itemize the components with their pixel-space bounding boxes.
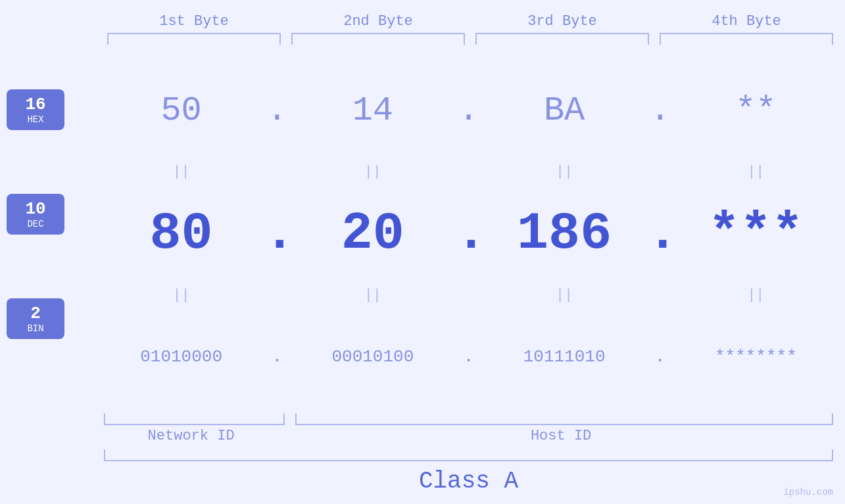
bracket-top-3 xyxy=(475,33,649,45)
hex-dot-3: . xyxy=(647,91,673,130)
dec-cell-3: 186 xyxy=(482,204,647,263)
bin-base-number: 2 xyxy=(7,304,64,323)
eq-2: || xyxy=(290,164,455,181)
dec-value-2: 20 xyxy=(341,204,404,263)
byte-header-3: 3rd Byte xyxy=(470,13,654,30)
bin-cell-2: 00010100 xyxy=(290,347,455,367)
dec-value-3: 186 xyxy=(517,204,612,263)
id-brackets xyxy=(99,413,838,425)
hex-cell-4: ** xyxy=(673,91,838,130)
base-labels-column: 16 HEX 10 DEC 2 BIN xyxy=(7,58,99,410)
hex-cell-1: 50 xyxy=(99,91,264,130)
eq2-1: || xyxy=(99,287,264,304)
eq-sep-3 xyxy=(647,164,673,181)
network-id-label: Network ID xyxy=(99,428,283,444)
dec-value-1: 80 xyxy=(150,204,213,263)
hex-cell-2: 14 xyxy=(290,91,455,130)
hex-value-1: 50 xyxy=(160,91,201,130)
byte-header-4: 4th Byte xyxy=(654,13,838,30)
byte-header-2: 2nd Byte xyxy=(286,13,470,30)
class-bracket xyxy=(104,449,833,461)
bin-dot-3: . xyxy=(647,347,673,367)
main-content: 16 HEX 10 DEC 2 BIN 50 . xyxy=(7,58,838,410)
eq2-2: || xyxy=(290,287,455,304)
dec-badge: 10 DEC xyxy=(7,194,64,235)
hex-base-number: 16 xyxy=(7,95,64,114)
bin-dot-2: . xyxy=(456,347,482,367)
eq2-4: || xyxy=(673,287,838,304)
bin-value-3: 10111010 xyxy=(523,347,606,367)
bin-row: 01010000 . 00010100 . 10111010 . xyxy=(99,304,838,410)
eq-sep-2 xyxy=(456,164,482,181)
top-brackets xyxy=(102,33,838,45)
bin-cell-4: ******** xyxy=(673,347,838,367)
hex-cell-3: BA xyxy=(482,91,647,130)
hex-dot-2: . xyxy=(456,91,482,130)
bracket-top-4 xyxy=(660,33,833,45)
data-grid: 50 . 14 . BA . ** xyxy=(99,58,838,410)
eq-3: || xyxy=(482,164,647,181)
eq-4: || xyxy=(673,164,838,181)
eq-sep-1 xyxy=(264,164,290,181)
dec-dot-1: . xyxy=(264,204,290,263)
hex-value-2: 14 xyxy=(352,91,393,130)
eq2-sep-3 xyxy=(647,287,673,304)
network-bracket xyxy=(104,413,285,425)
bin-badge: 2 BIN xyxy=(7,298,64,339)
hex-value-3: BA xyxy=(544,91,585,130)
bin-dot-1: . xyxy=(264,347,290,367)
dec-row: 80 . 20 . 186 . *** xyxy=(99,181,838,286)
main-container: 1st Byte 2nd Byte 3rd Byte 4th Byte 16 H… xyxy=(0,0,845,504)
bin-value-4: ******** xyxy=(715,347,797,367)
watermark: ipshu.com xyxy=(783,487,833,497)
dec-dot-3: . xyxy=(647,204,673,263)
bottom-section: Network ID Host ID Class A xyxy=(99,413,838,497)
equals-dec-bin: || || || || xyxy=(99,287,838,304)
class-label: Class A xyxy=(99,465,838,497)
bracket-top-2 xyxy=(291,33,465,45)
equals-hex-dec: || || || || xyxy=(99,164,838,181)
dec-value-4: *** xyxy=(708,204,803,263)
hex-base-label: HEX xyxy=(7,114,64,125)
hex-row: 50 . 14 . BA . ** xyxy=(99,58,838,164)
id-labels: Network ID Host ID xyxy=(99,428,838,444)
eq2-sep-2 xyxy=(456,287,482,304)
byte-headers: 1st Byte 2nd Byte 3rd Byte 4th Byte xyxy=(102,13,838,30)
bracket-top-1 xyxy=(107,33,281,45)
eq-1: || xyxy=(99,164,264,181)
dec-base-number: 10 xyxy=(7,199,64,219)
hex-badge: 16 HEX xyxy=(7,89,64,130)
bin-cell-3: 10111010 xyxy=(482,347,647,367)
dec-cell-4: *** xyxy=(673,204,838,263)
dec-cell-2: 20 xyxy=(290,204,455,263)
bin-value-1: 01010000 xyxy=(140,347,222,367)
eq2-sep-1 xyxy=(264,287,290,304)
dec-base-label: DEC xyxy=(7,219,64,229)
bin-base-label: BIN xyxy=(7,323,64,334)
dec-cell-1: 80 xyxy=(99,204,264,263)
byte-header-1: 1st Byte xyxy=(102,13,286,30)
host-id-label: Host ID xyxy=(283,428,838,444)
hex-dot-1: . xyxy=(264,91,290,130)
dec-dot-2: . xyxy=(456,204,482,263)
eq2-3: || xyxy=(482,287,647,304)
bin-value-2: 00010100 xyxy=(331,347,414,367)
bin-cell-1: 01010000 xyxy=(99,347,264,367)
host-bracket xyxy=(295,413,833,425)
hex-value-4: ** xyxy=(735,91,776,130)
